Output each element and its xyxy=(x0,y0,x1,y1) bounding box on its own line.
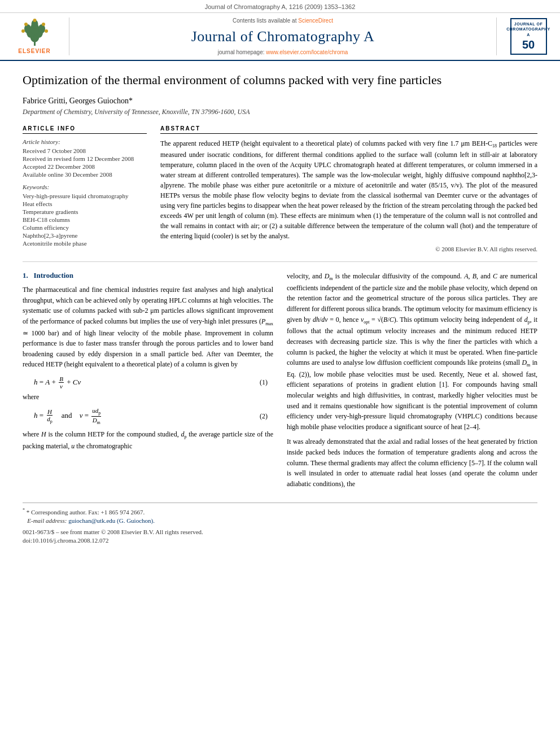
intro-right-para-1: velocity, and Dm is the molecular diffus… xyxy=(287,271,537,432)
accepted-date: Accepted 22 December 2008 xyxy=(23,163,147,170)
introduction-title: 1. Introduction xyxy=(23,271,273,280)
elsevier-tree-icon xyxy=(19,19,50,47)
svg-point-11 xyxy=(45,29,48,33)
equation-1-block: h = A + B v + Cv (1) xyxy=(23,375,273,390)
article-info-col: ARTICLE INFO Article history: Received 7… xyxy=(23,125,147,252)
received-date: Received 7 October 2008 xyxy=(23,147,147,154)
equation-2-number: (2) xyxy=(260,412,268,421)
svg-point-10 xyxy=(21,29,25,33)
top-banner: Journal of Chromatography A, 1216 (2009)… xyxy=(0,0,560,13)
journal-homepage-text: journal homepage: www.elsevier.com/locat… xyxy=(218,49,348,55)
footnote-star: * * Corresponding author. Fax: +1 865 97… xyxy=(23,508,537,516)
intro-paragraph-1: The pharmaceutical and fine chemical ind… xyxy=(23,285,273,370)
introduction-left-col: 1. Introduction The pharmaceutical and f… xyxy=(23,271,273,493)
contents-available-text: Contents lists available at ScienceDirec… xyxy=(233,18,333,24)
when-text: when xyxy=(282,202,296,209)
abstract-text: The apparent reduced HETP (height equiva… xyxy=(160,138,537,241)
received-revised-date: Received in revised form 12 December 200… xyxy=(23,155,147,162)
abstract-col: ABSTRACT The apparent reduced HETP (heig… xyxy=(160,125,537,252)
abstract-header: ABSTRACT xyxy=(160,125,537,134)
article-info-header: ARTICLE INFO xyxy=(23,125,147,134)
keywords-label: Keywords: xyxy=(23,184,147,190)
article-content: Optimization of the thermal environment … xyxy=(0,61,560,557)
keyword-7: Acetonitrile mobile phase xyxy=(23,240,147,247)
intro-after-eq2: where H is the column HETP for the compo… xyxy=(23,429,273,451)
keyword-5: Column efficiency xyxy=(23,224,147,231)
article-info-abstract-section: ARTICLE INFO Article history: Received 7… xyxy=(23,125,537,252)
where-label: where xyxy=(23,393,273,401)
keyword-6: Naphtho[2,3-a]pyrene xyxy=(23,232,147,239)
introduction-right-col: velocity, and Dm is the molecular diffus… xyxy=(287,271,537,493)
journal-logo-right: JOURNAL OFCHROMATOGRAPHYA 50 xyxy=(506,18,551,55)
elsevier-brand-text: ELSEVIER xyxy=(18,48,50,54)
copyright-line: © 2008 Elsevier B.V. All rights reserved… xyxy=(160,246,537,252)
article-history-label: Article history: xyxy=(23,138,147,145)
equation-2-formula: h = H dp and v = udp Dm xyxy=(34,407,102,426)
svg-point-8 xyxy=(24,23,28,26)
journal-header: ELSEVIER Contents lists available at Sci… xyxy=(0,13,560,61)
svg-point-12 xyxy=(33,19,36,22)
available-date: Available online 30 December 2008 xyxy=(23,171,147,178)
equation-1-number: (1) xyxy=(260,378,268,387)
footer-notes: * * Corresponding author. Fax: +1 865 97… xyxy=(23,503,537,544)
article-authors: Fabrice Gritti, Georges Guiochon* xyxy=(23,97,537,106)
issn-line: 0021-9673/$ – see front matter © 2008 El… xyxy=(23,528,537,535)
keyword-3: Temperature gradients xyxy=(23,208,147,215)
journal-main-title: Journal of Chromatography A xyxy=(191,28,375,45)
elsevier-logo: ELSEVIER xyxy=(9,18,60,55)
logo-number: 50 xyxy=(522,38,535,51)
doi-line: doi:10.1016/j.chroma.2008.12.072 xyxy=(23,537,537,544)
journal-citation: Journal of Chromatography A, 1216 (2009)… xyxy=(205,3,356,10)
keyword-4: BEH-C18 columns xyxy=(23,216,147,223)
intro-right-para-2: It was already demonstrated that the axi… xyxy=(287,436,537,489)
email-label: E-mail address: xyxy=(27,517,67,524)
equation-1-formula: h = A + B v + Cv xyxy=(34,375,81,390)
section-divider xyxy=(23,261,537,262)
journal-title-area: Contents lists available at ScienceDirec… xyxy=(69,18,497,55)
sciencedirect-link[interactable]: ScienceDirect xyxy=(298,18,333,24)
article-affiliation: Department of Chemistry, University of T… xyxy=(23,108,537,116)
journal-logo-box: JOURNAL OFCHROMATOGRAPHYA 50 xyxy=(510,18,547,55)
keyword-2: Heat effects xyxy=(23,200,147,207)
journal-url[interactable]: www.elsevier.com/locate/chroma xyxy=(266,49,348,55)
footnote-email: E-mail address: guiochan@utk.edu (G. Gui… xyxy=(23,517,537,524)
equation-2-block: h = H dp and v = udp Dm (2) xyxy=(23,407,273,426)
email-value[interactable]: guiochan@utk.edu (G. Guiochon). xyxy=(68,517,155,524)
page-container: Journal of Chromatography A, 1216 (2009)… xyxy=(0,0,560,747)
svg-point-9 xyxy=(42,23,45,26)
keyword-1: Very-high-pressure liquid chromatography xyxy=(23,193,147,199)
introduction-section: 1. Introduction The pharmaceutical and f… xyxy=(23,271,537,493)
article-title: Optimization of the thermal environment … xyxy=(23,72,537,89)
